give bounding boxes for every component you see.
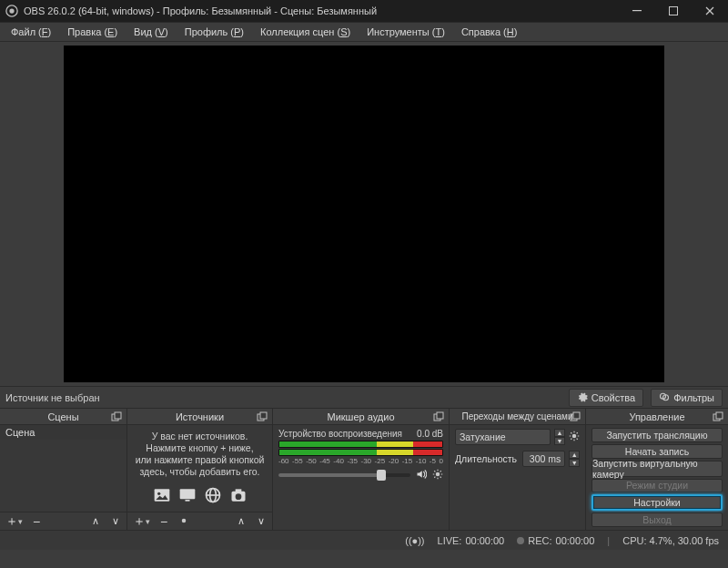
source-filters-label: Фильтры <box>673 392 714 403</box>
title-bar: OBS 26.0.2 (64-bit, windows) - Профиль: … <box>0 0 728 22</box>
sources-dock-title: Источники <box>176 411 224 422</box>
window-maximize-button[interactable] <box>655 0 692 22</box>
duration-spin-down[interactable]: ▼ <box>569 459 580 467</box>
status-live: LIVE: 00:00:00 <box>438 535 505 546</box>
audio-meter <box>278 449 443 456</box>
svg-point-1 <box>9 8 14 13</box>
remove-scene-button[interactable]: − <box>27 513 46 530</box>
status-connection: ((●)) <box>405 535 424 546</box>
menu-bar: Файл (F) Правка (E) Вид (V) Профиль (P) … <box>0 22 728 42</box>
svg-rect-29 <box>716 412 723 419</box>
menu-profile[interactable]: Профиль (P) <box>177 25 251 39</box>
svg-point-27 <box>572 434 577 439</box>
audio-meter <box>278 441 443 448</box>
add-source-button[interactable]: ＋▾ <box>129 513 153 530</box>
transition-select-down[interactable]: ▼ <box>554 437 565 445</box>
audio-meter-scale: -60-55-50-45-40-35-30-25-20-15-10-50 <box>278 457 443 465</box>
undock-icon[interactable] <box>712 411 724 423</box>
menu-view[interactable]: Вид (V) <box>126 25 176 39</box>
globe-source-icon <box>202 486 224 506</box>
preview-canvas[interactable] <box>64 46 664 382</box>
window-close-button[interactable] <box>692 0 728 22</box>
start-streaming-button[interactable]: Запустить трансляцию <box>592 428 723 442</box>
menu-tools[interactable]: Инструменты (T) <box>359 25 452 39</box>
svg-rect-2 <box>632 10 642 11</box>
undock-icon[interactable] <box>110 411 123 423</box>
mixer-dock-title: Микшер аудио <box>327 411 394 422</box>
sources-dock: Источники У вас нет источников. Нажмите … <box>127 409 273 530</box>
remove-source-button[interactable]: − <box>155 513 173 530</box>
scene-item[interactable]: Сцена <box>0 425 126 440</box>
window-minimize-button[interactable] <box>619 0 655 22</box>
no-source-selected-label: Источник не выбран <box>5 392 561 403</box>
svg-point-21 <box>235 493 241 500</box>
audio-mixer-dock: Микшер аудио Устройство воспроизведения … <box>273 409 450 530</box>
duration-spin-up[interactable]: ▲ <box>569 451 580 459</box>
svg-rect-14 <box>179 489 195 499</box>
undock-icon[interactable] <box>569 411 581 423</box>
sources-dock-header: Источники <box>127 409 272 425</box>
camera-source-icon <box>228 486 249 506</box>
studio-mode-button[interactable]: Режим студии <box>592 479 723 493</box>
transition-select-up[interactable]: ▲ <box>554 429 565 437</box>
source-properties-button[interactable]: Свойства <box>569 389 643 407</box>
transitions-dock-title: Переходы между сценами <box>461 411 572 421</box>
image-source-icon <box>151 486 173 506</box>
svg-point-24 <box>436 472 440 477</box>
mixer-track: Устройство воспроизведения 0.0 dB -60-55… <box>273 425 449 485</box>
svg-point-13 <box>157 492 160 494</box>
source-filters-button[interactable]: Фильтры <box>651 389 723 407</box>
scenes-dock-title: Сцены <box>47 411 78 422</box>
add-scene-button[interactable]: ＋▾ <box>2 513 25 530</box>
undock-icon[interactable] <box>256 411 268 423</box>
scenes-list[interactable]: Сцена <box>0 425 126 512</box>
settings-button[interactable]: Настройки <box>592 494 723 511</box>
menu-help[interactable]: Справка (H) <box>454 25 525 39</box>
scenes-dock-header: Сцены <box>0 409 126 425</box>
mixer-track-level: 0.0 dB <box>417 429 443 439</box>
svg-rect-20 <box>235 489 241 492</box>
transition-select[interactable]: Затухание <box>455 429 551 445</box>
menu-edit[interactable]: Правка (E) <box>60 25 125 39</box>
obs-logo-icon <box>5 5 18 17</box>
window-title: OBS 26.0.2 (64-bit, windows) - Профиль: … <box>24 5 619 16</box>
sources-list[interactable]: У вас нет источников. Нажмите кнопку + н… <box>127 425 272 512</box>
source-settings-button[interactable] <box>175 513 193 530</box>
signal-icon: ((●)) <box>405 535 424 546</box>
start-recording-button[interactable]: Начать запись <box>592 444 723 459</box>
transition-duration-input[interactable]: 300 ms <box>522 451 565 467</box>
source-move-down-button[interactable]: ∨ <box>252 513 270 530</box>
scene-transitions-dock: Переходы между сценами Затухание ▲ ▼ Дли… <box>450 409 586 530</box>
svg-rect-9 <box>115 412 121 419</box>
gear-icon <box>577 391 588 404</box>
menu-file[interactable]: Файл (F) <box>4 25 58 39</box>
mixer-track-settings-button[interactable] <box>432 469 443 482</box>
filters-icon <box>659 391 670 404</box>
status-bar: ((●)) LIVE: 00:00:00 REC: 00:00:00 | CPU… <box>0 530 728 550</box>
volume-slider[interactable] <box>278 473 410 477</box>
transition-settings-button[interactable] <box>569 431 580 443</box>
speaker-icon[interactable] <box>416 469 427 482</box>
mixer-dock-header: Микшер аудио <box>273 409 449 425</box>
docks-row: Сцены Сцена ＋▾ − ∧ ∨ Источники У вас нет… <box>0 408 728 530</box>
status-rec: REC: 00:00:00 <box>517 535 594 546</box>
mixer-track-name: Устройство воспроизведения <box>278 429 402 439</box>
display-source-icon <box>177 486 198 506</box>
transition-select-value: Затухание <box>460 431 506 442</box>
exit-button[interactable]: Выход <box>592 512 723 527</box>
start-virtual-camera-button[interactable]: Запустить виртуальную камеру <box>592 461 723 477</box>
scene-move-up-button[interactable]: ∧ <box>86 513 105 530</box>
scene-move-down-button[interactable]: ∨ <box>106 513 125 530</box>
svg-rect-26 <box>573 412 580 419</box>
controls-dock: Управление Запустить трансляцию Начать з… <box>586 409 728 530</box>
source-move-up-button[interactable]: ∧ <box>232 513 250 530</box>
scenes-dock: Сцены Сцена ＋▾ − ∧ ∨ <box>0 409 127 530</box>
transitions-dock-header: Переходы между сценами <box>450 409 585 425</box>
menu-scene-collection[interactable]: Коллекция сцен (S) <box>253 25 358 39</box>
controls-dock-title: Управление <box>629 411 684 422</box>
controls-dock-header: Управление <box>586 409 728 425</box>
sources-empty-text: У вас нет источников. Нажмите кнопку + н… <box>127 425 272 482</box>
svg-rect-15 <box>185 500 189 502</box>
undock-icon[interactable] <box>432 411 445 423</box>
svg-rect-11 <box>260 412 267 419</box>
